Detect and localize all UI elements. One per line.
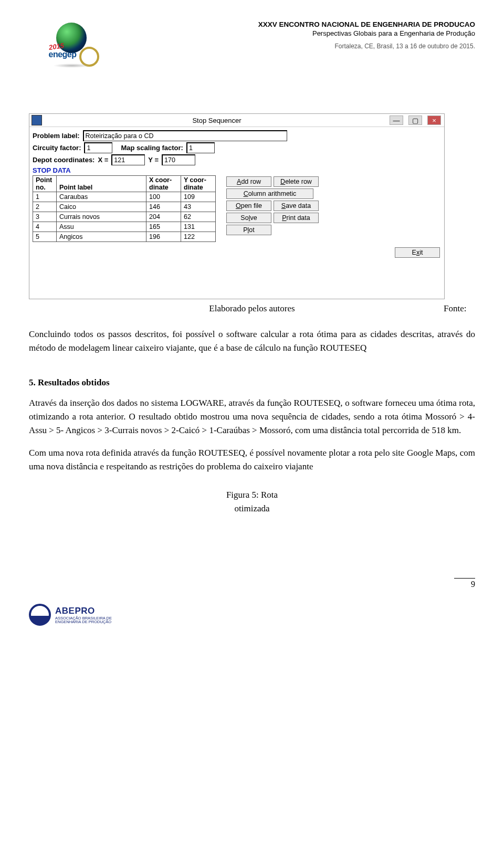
figure-source: Elaborado pelos autores <box>60 303 444 314</box>
stop-data-heading: STOP DATA <box>33 166 441 174</box>
column-arithmetic-button[interactable]: Column arithmetic <box>226 188 313 199</box>
stop-data-table: Pointno. Point label X coor-dinate Y coo… <box>33 175 216 242</box>
footer-sub2: ENGENHARIA DE PRODUÇÃO <box>55 620 112 624</box>
col-ycoord: Y coor-dinate <box>181 176 216 192</box>
footer-logo: ABEPRO ASSOCIAÇÃO BRASILEIRA DE ENGENHAR… <box>0 600 504 642</box>
exit-button[interactable]: Exit <box>395 247 440 258</box>
delete-row-button[interactable]: Delete row <box>274 176 319 187</box>
minimize-button[interactable]: — <box>390 115 403 125</box>
table-row[interactable]: 2Caico14643 <box>33 202 216 212</box>
plot-button[interactable]: Plot <box>226 225 271 235</box>
titlebar: Stop Sequencer — ▢ × <box>29 114 444 127</box>
open-file-button[interactable]: Open file <box>226 201 271 211</box>
footer-brand: ABEPRO <box>55 606 112 616</box>
col-point-label: Point label <box>57 176 146 192</box>
solve-button[interactable]: Solve <box>226 213 271 223</box>
depot-x-field[interactable]: 121 <box>111 154 145 165</box>
paragraph-conclusion: Concluindo todos os passos descritos, fo… <box>29 328 475 355</box>
header-subtitle: Perspectivas Globais para a Engenharia d… <box>113 29 475 37</box>
problem-label-lbl: Problem label: <box>33 132 80 140</box>
table-row[interactable]: 5Angicos196122 <box>33 232 216 242</box>
page-header: 2015 enegep XXXV ENCONTRO NACIONAL DE EN… <box>29 18 475 64</box>
stop-sequencer-window: Stop Sequencer — ▢ × Problem label: Rote… <box>29 113 445 299</box>
col-point-no: Pointno. <box>33 176 57 192</box>
shadow-icon <box>53 64 91 68</box>
table-row[interactable]: 4Assu165131 <box>33 222 216 232</box>
x-lbl: X = <box>98 156 108 164</box>
col-xcoord: X coor-dinate <box>146 176 181 192</box>
abepro-icon <box>29 604 51 626</box>
maximize-button[interactable]: ▢ <box>408 115 422 125</box>
figure-source-label: Fonte: <box>444 303 475 314</box>
window-title: Stop Sequencer <box>44 117 390 124</box>
depot-y-field[interactable]: 170 <box>162 154 195 165</box>
page-number: 9 <box>454 578 475 589</box>
app-icon <box>32 115 42 125</box>
enegep-logo: 2015 enegep <box>29 18 113 64</box>
header-location: Fortaleza, CE, Brasil, 13 a 16 de outubr… <box>113 43 475 50</box>
mapscale-field[interactable]: 1 <box>186 142 215 153</box>
print-data-button[interactable]: Print data <box>274 213 319 223</box>
y-lbl: Y = <box>148 156 159 164</box>
figure-5-title: Figura 5: Rotaotimizada <box>29 488 475 515</box>
close-button[interactable]: × <box>427 115 441 125</box>
circuity-lbl: Circuity factor: <box>33 144 81 152</box>
paragraph-results-1: Através da inserção dos dados no sistema… <box>29 396 475 438</box>
paragraph-results-2: Com uma nova rota definida através da fu… <box>29 446 475 474</box>
problem-label-field[interactable]: Roteirização para o CD <box>83 130 287 141</box>
logo-brand: enegep <box>49 50 77 59</box>
section-heading-results: 5. Resultados obtidos <box>29 377 475 388</box>
add-row-button[interactable]: Add row <box>226 176 271 187</box>
mapscale-lbl: Map scaling factor: <box>121 144 183 152</box>
table-row[interactable]: 1Caraubas100109 <box>33 192 216 202</box>
depot-lbl: Depot coordinates: <box>33 156 94 164</box>
save-data-button[interactable]: Save data <box>274 201 319 211</box>
table-row[interactable]: 3Currais novos20462 <box>33 212 216 222</box>
header-title: XXXV ENCONTRO NACIONAL DE ENGENHARIA DE … <box>113 20 475 28</box>
circuity-field[interactable]: 1 <box>84 142 112 153</box>
